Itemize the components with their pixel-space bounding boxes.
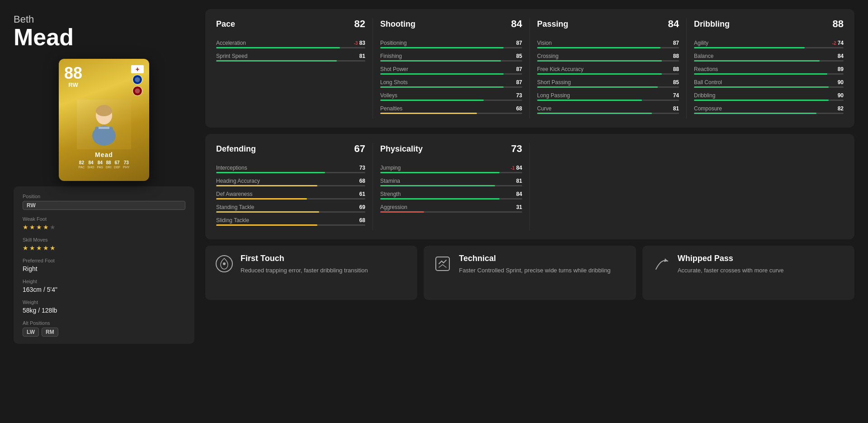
stat-row: Interceptions 73 [216, 165, 365, 173]
stat-bar-fill [216, 60, 337, 62]
stat-bar [380, 113, 522, 114]
club-badge-icon [132, 75, 142, 85]
stat-bar-fill [216, 185, 317, 186]
league-badge-icon [132, 86, 142, 96]
stat-name: Short Passing [537, 79, 571, 86]
stat-bar [537, 73, 679, 75]
stat-bar-fill [216, 211, 319, 213]
stat-value: -274 [832, 40, 844, 46]
trait-card-technical: Technical Faster Controlled Sprint, prec… [424, 246, 636, 300]
stat-value: 84 [516, 191, 522, 197]
stat-name: Heading Accuracy [216, 178, 260, 184]
stat-category-dribbling: Dribbling 88 Agility -274 Balance 84 [687, 18, 844, 119]
stat-name: Free Kick Accuracy [537, 66, 584, 72]
stat-name: Stamina [380, 178, 400, 184]
trait-content: First Touch Reduced trapping error, fast… [241, 254, 368, 275]
stat-modifier: -1 [511, 166, 515, 171]
trait-description: Reduced trapping error, faster dribbling… [241, 266, 368, 275]
stat-name: Def Awareness [216, 191, 253, 197]
stat-category-empty2 [687, 143, 844, 230]
stat-bar [537, 86, 679, 88]
stat-row: Dribbling 90 [694, 92, 844, 101]
weak-foot-row: Weak Foot ★★★★★ [23, 216, 185, 231]
stat-row: Def Awareness 61 [216, 191, 365, 200]
weight-row: Weight 58kg / 128lb [23, 299, 185, 314]
trait-name: Whipped Pass [678, 254, 784, 263]
card-stat-dri: 88 DRI [106, 160, 111, 169]
skill-moves-label: Skill Moves [23, 237, 185, 242]
card-player-image [77, 100, 131, 149]
category-header: Physicality 73 [380, 143, 522, 158]
stat-row: Short Passing 85 [537, 79, 679, 88]
stat-bar-fill [537, 100, 642, 101]
skill-moves-stars: ★★★★★ [23, 244, 185, 252]
card-player-name: Mead [95, 151, 113, 158]
player-name-header: Beth Mead [14, 9, 194, 53]
stat-name: Long Shots [380, 79, 408, 86]
stat-row: Jumping -184 [380, 165, 522, 173]
stat-bar-fill [380, 172, 500, 173]
trait-icon-first-touch [214, 254, 234, 274]
stat-value: 68 [516, 105, 522, 112]
alt-pos-rm: RM [42, 328, 58, 337]
stat-name: Shot Power [380, 66, 408, 72]
weight-value: 58kg / 128lb [23, 307, 185, 314]
stat-bar [694, 60, 844, 62]
stat-bar [380, 100, 522, 101]
alt-pos-lw: LW [23, 328, 39, 337]
stat-bar-fill [380, 60, 501, 62]
trait-name: Technical [459, 254, 610, 263]
stat-row: Balance 84 [694, 53, 844, 62]
stat-bar-fill [537, 113, 652, 114]
stat-bar [694, 100, 844, 101]
stat-value: 61 [359, 191, 365, 197]
trait-card-first-touch: First Touch Reduced trapping error, fast… [205, 246, 417, 300]
stat-row: Strength 84 [380, 191, 522, 200]
stat-bar [537, 47, 679, 48]
preferred-foot-row: Preferred Foot Right [23, 258, 185, 272]
stat-name: Ball Control [694, 79, 722, 86]
stat-bar-fill [380, 73, 504, 75]
trait-content: Whipped Pass Accurate, faster crosses wi… [678, 254, 784, 275]
stat-value: 68 [359, 217, 365, 223]
stat-bar-fill [380, 185, 495, 186]
stat-value: 85 [673, 79, 679, 86]
category-name: Dribbling [694, 19, 730, 29]
stat-bar [694, 73, 844, 75]
stat-name: Penalties [380, 105, 402, 112]
stat-bar [380, 198, 522, 200]
stat-name: Jumping [380, 165, 401, 171]
category-value: 88 [833, 18, 844, 30]
stat-bar-fill [694, 113, 816, 114]
stat-row: Composure 82 [694, 105, 844, 114]
stat-bar [216, 185, 365, 186]
svg-rect-11 [436, 257, 449, 271]
stat-modifier: -2 [832, 41, 836, 46]
stat-bar-fill [537, 86, 658, 88]
stat-value: -383 [354, 40, 365, 46]
card-stat-phy: 73 PHY [123, 160, 129, 169]
alt-positions-list: LW RM [23, 328, 185, 337]
stat-row: Penalties 68 [380, 105, 522, 114]
stat-category-pace: Pace 82 Acceleration -383 Sprint Speed 8… [216, 18, 373, 119]
position-label: Position [23, 194, 185, 199]
stat-value: 87 [516, 79, 522, 86]
stat-value: 90 [838, 92, 844, 99]
stat-name: Sprint Speed [216, 53, 247, 59]
stat-value: 87 [516, 66, 522, 72]
stat-name: Positioning [380, 40, 407, 46]
stat-bar [216, 172, 365, 173]
stat-row: Standing Tackle 69 [216, 204, 365, 213]
preferred-foot-label: Preferred Foot [23, 258, 185, 263]
stat-bar [380, 211, 522, 213]
stat-value: 74 [673, 92, 679, 99]
card-stat-pac: 82 PAC [78, 160, 85, 169]
stat-row: Stamina 81 [380, 178, 522, 186]
skill-moves-row: Skill Moves ★★★★★ [23, 237, 185, 252]
stat-name: Finishing [380, 53, 402, 59]
stat-category-physicality: Physicality 73 Jumping -184 Stamina 81 [373, 143, 530, 230]
card-stat-pas: 84 PAS [97, 160, 104, 169]
stat-value: 81 [673, 105, 679, 112]
category-value: 84 [511, 18, 522, 30]
stat-value: -184 [511, 165, 522, 171]
